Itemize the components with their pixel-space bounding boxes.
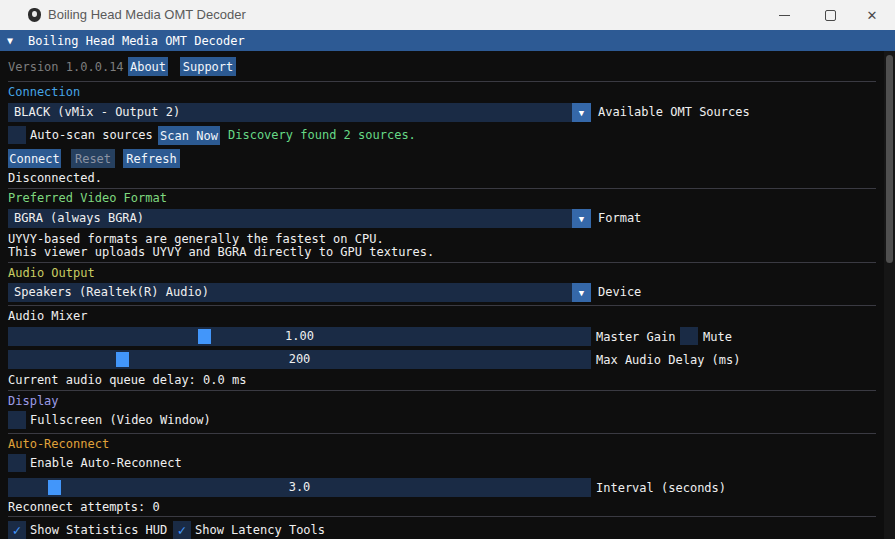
audio-queue-delay: Current audio queue delay: 0.0 ms	[8, 374, 246, 387]
discovery-status: Discovery found 2 sources.	[228, 129, 416, 142]
connection-status: Disconnected.	[8, 172, 102, 185]
minimize-icon	[779, 15, 790, 16]
enable-auto-reconnect-label: Enable Auto-Reconnect	[30, 457, 182, 470]
section-header-video-format: Preferred Video Format	[8, 192, 167, 205]
minimize-button[interactable]	[761, 0, 807, 30]
dropdown-arrow-icon[interactable]: ▼	[572, 283, 591, 302]
section-header-audio-mixer: Audio Mixer	[8, 310, 87, 323]
separator	[8, 433, 876, 434]
format-value: BGRA (always BGRA)	[14, 212, 144, 225]
show-statistics-hud-checkbox[interactable]: ✓	[8, 521, 26, 539]
max-audio-delay-value: 200	[8, 353, 591, 366]
max-audio-delay-slider[interactable]: 200	[8, 350, 591, 369]
omt-source-value: BLACK (vMix - Output 2)	[14, 106, 180, 119]
interval-label: Interval (seconds)	[596, 482, 726, 495]
separator	[8, 516, 876, 517]
section-header-display: Display	[8, 395, 59, 408]
scan-now-button[interactable]: Scan Now	[158, 126, 220, 145]
show-latency-tools-checkbox[interactable]: ✓	[173, 521, 191, 539]
maximize-button[interactable]	[807, 0, 853, 30]
show-latency-tools-label: Show Latency Tools	[195, 524, 325, 537]
fullscreen-checkbox[interactable]	[8, 411, 26, 429]
max-audio-delay-label: Max Audio Delay (ms)	[596, 354, 741, 367]
interval-slider[interactable]: 3.0	[8, 478, 591, 497]
fullscreen-label: Fullscreen (Video Window)	[30, 414, 211, 427]
reconnect-attempts: Reconnect attempts: 0	[8, 501, 160, 514]
audio-device-value: Speakers (Realtek(R) Audio)	[14, 286, 209, 299]
show-statistics-hud-label: Show Statistics HUD	[30, 524, 167, 537]
window-title: Boiling Head Media OMT Decoder	[48, 7, 246, 22]
app-window: Boiling Head Media OMT Decoder ✕ ▼ Boili…	[0, 0, 895, 539]
refresh-button[interactable]: Refresh	[123, 149, 180, 168]
check-icon: ✓	[178, 523, 186, 537]
format-combo[interactable]: BGRA (always BGRA) ▼	[8, 209, 591, 228]
connect-button[interactable]: Connect	[8, 149, 61, 168]
separator	[8, 390, 876, 391]
check-icon: ✓	[13, 523, 21, 537]
window-titlebar: Boiling Head Media OMT Decoder ✕	[0, 0, 895, 30]
imgui-window-title: Boiling Head Media OMT Decoder	[28, 34, 245, 48]
dropdown-arrow-icon[interactable]: ▼	[572, 209, 591, 228]
close-button[interactable]: ✕	[849, 0, 895, 30]
format-hint-2: This viewer uploads UYVY and BGRA direct…	[8, 246, 434, 259]
autoscan-checkbox[interactable]	[8, 126, 26, 144]
support-button[interactable]: Support	[180, 57, 236, 76]
collapse-arrow-icon: ▼	[7, 35, 13, 46]
about-button[interactable]: About	[128, 57, 168, 76]
dropdown-arrow-icon[interactable]: ▼	[572, 103, 591, 122]
audio-device-combo[interactable]: Speakers (Realtek(R) Audio) ▼	[8, 283, 591, 302]
autoscan-label: Auto-scan sources	[30, 129, 153, 142]
interval-value: 3.0	[8, 481, 591, 494]
collapsing-header[interactable]: ▼ Boiling Head Media OMT Decoder	[0, 30, 895, 51]
mute-label: Mute	[703, 331, 732, 344]
separator	[8, 305, 876, 306]
scrollbar-thumb[interactable]	[886, 55, 893, 263]
separator	[8, 81, 876, 82]
omt-source-combo-label: Available OMT Sources	[598, 106, 750, 119]
format-combo-label: Format	[598, 212, 641, 225]
mute-checkbox[interactable]	[680, 327, 698, 345]
maximize-icon	[825, 10, 836, 21]
master-gain-value: 1.00	[8, 330, 591, 343]
app-icon	[28, 8, 41, 22]
enable-auto-reconnect-checkbox[interactable]	[8, 454, 26, 472]
section-header-connection: Connection	[8, 86, 80, 99]
scrollbar[interactable]	[884, 51, 895, 539]
close-icon: ✕	[867, 9, 878, 22]
separator	[8, 188, 876, 189]
master-gain-slider[interactable]: 1.00	[8, 327, 591, 346]
master-gain-label: Master Gain	[596, 331, 675, 344]
section-header-audio-output: Audio Output	[8, 267, 95, 280]
omt-source-combo[interactable]: BLACK (vMix - Output 2) ▼	[8, 103, 591, 122]
section-header-auto-reconnect: Auto-Reconnect	[8, 438, 109, 451]
reset-button[interactable]: Reset	[71, 149, 115, 168]
audio-device-combo-label: Device	[598, 286, 641, 299]
separator	[8, 262, 876, 263]
version-label: Version 1.0.0.14	[8, 61, 124, 74]
